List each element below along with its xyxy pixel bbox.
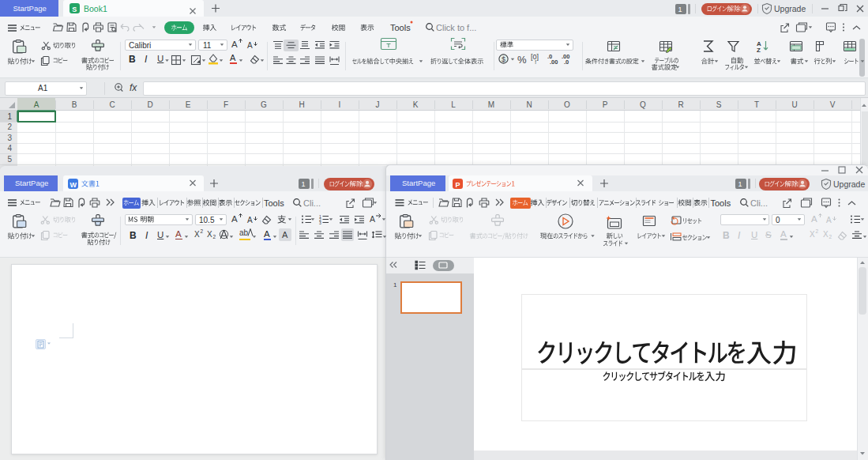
- svg-text:A: A: [757, 40, 761, 47]
- svg-text:Z: Z: [757, 47, 761, 54]
- svg-text:$: $: [502, 55, 505, 63]
